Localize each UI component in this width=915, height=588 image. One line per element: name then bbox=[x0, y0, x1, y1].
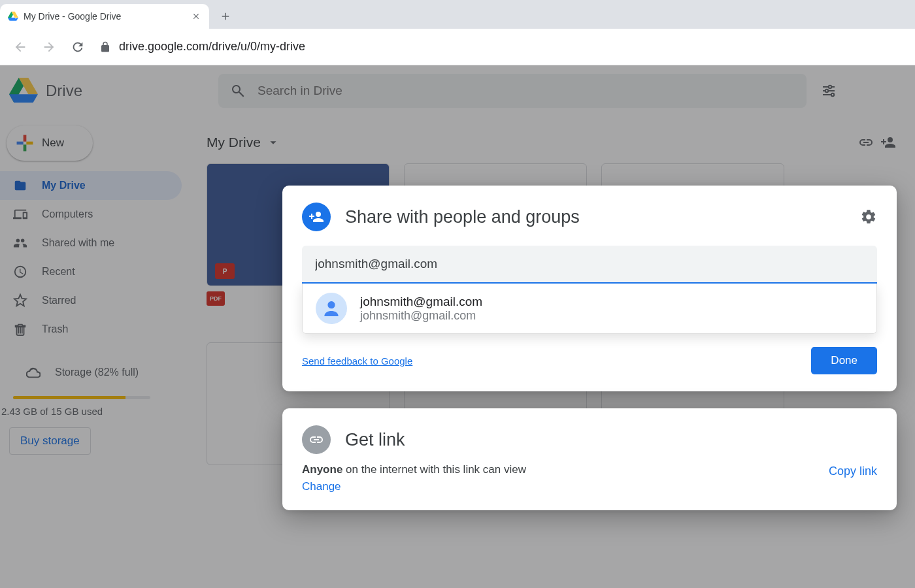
back-icon bbox=[13, 40, 27, 54]
get-link-title: Get link bbox=[345, 430, 877, 450]
suggestion-name: johnsmith@gmail.com bbox=[360, 295, 482, 309]
share-dialog-title: Share with people and groups bbox=[345, 207, 846, 227]
forward-icon bbox=[42, 40, 56, 54]
browser-toolbar: drive.google.com/drive/u/0/my-drive bbox=[0, 29, 915, 65]
lock-icon bbox=[99, 41, 111, 53]
link-scope-rest: on the internet with this link can view bbox=[342, 463, 526, 476]
share-dialog: Share with people and groups johnsmith@g… bbox=[282, 186, 897, 391]
browser-tab-strip: My Drive - Google Drive bbox=[0, 0, 915, 29]
share-suggestion-item[interactable]: johnsmith@gmail.com johnsmith@gmail.com bbox=[302, 284, 877, 334]
copy-link-button[interactable]: Copy link bbox=[829, 463, 877, 478]
drive-favicon-icon bbox=[8, 11, 18, 22]
link-badge-icon bbox=[302, 425, 331, 454]
address-bar-url: drive.google.com/drive/u/0/my-drive bbox=[119, 40, 305, 54]
svg-marker-3 bbox=[8, 18, 16, 21]
link-scope-strong: Anyone bbox=[302, 463, 342, 476]
share-email-input[interactable] bbox=[302, 246, 877, 284]
address-bar[interactable]: drive.google.com/drive/u/0/my-drive bbox=[99, 35, 902, 59]
svg-point-14 bbox=[327, 301, 335, 308]
done-button[interactable]: Done bbox=[811, 347, 877, 374]
suggestion-email: johnsmith@gmail.com bbox=[360, 309, 482, 323]
tab-close-icon[interactable] bbox=[191, 11, 201, 22]
gear-icon[interactable] bbox=[860, 208, 877, 225]
change-link-access[interactable]: Change bbox=[302, 480, 526, 493]
send-feedback-link[interactable]: Send feedback to Google bbox=[302, 355, 412, 367]
new-tab-button[interactable] bbox=[216, 7, 235, 26]
reload-icon[interactable] bbox=[71, 40, 85, 54]
get-link-dialog: Get link Anyone on the internet with thi… bbox=[282, 408, 897, 510]
browser-tab-title: My Drive - Google Drive bbox=[24, 11, 186, 22]
browser-tab-active[interactable]: My Drive - Google Drive bbox=[0, 4, 209, 29]
person-add-badge-icon bbox=[302, 203, 331, 231]
avatar-icon bbox=[316, 293, 347, 324]
